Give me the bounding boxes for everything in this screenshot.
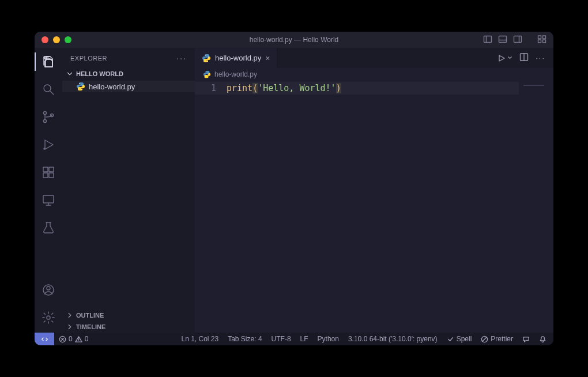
svg-point-29 <box>205 55 205 55</box>
cursor-position[interactable]: Ln 1, Col 23 <box>176 335 223 343</box>
file-name: hello-world.py <box>89 82 135 91</box>
remote-indicator[interactable] <box>35 333 54 345</box>
svg-rect-18 <box>49 173 54 178</box>
layout-controls <box>483 35 553 46</box>
sidebar-title: EXPLORER <box>70 55 107 62</box>
svg-rect-4 <box>514 36 522 42</box>
activity-testing-icon[interactable] <box>40 220 56 236</box>
editor-tab[interactable]: hello-world.py × <box>195 48 277 68</box>
activity-bar <box>35 48 62 333</box>
error-count: 0 <box>69 335 73 343</box>
minimap[interactable] <box>523 82 546 89</box>
toggle-panel-icon[interactable] <box>498 35 507 46</box>
breadcrumb-file: hello-world.py <box>214 70 257 78</box>
more-actions-icon[interactable]: ··· <box>536 54 545 62</box>
indentation[interactable]: Tab Size: 4 <box>223 335 266 343</box>
svg-rect-16 <box>43 167 48 172</box>
svg-rect-0 <box>484 36 492 42</box>
maximize-window-button[interactable] <box>65 36 71 43</box>
customize-layout-icon[interactable] <box>537 35 546 46</box>
sidebar-header: EXPLORER ··· <box>62 48 195 68</box>
language-mode[interactable]: Python <box>313 335 344 343</box>
code-editor[interactable]: 1 print('Hello, World!') <box>195 81 553 333</box>
main-area: EXPLORER ··· HELLO WORLD hello-world.py … <box>35 48 553 333</box>
close-tab-icon[interactable]: × <box>265 54 270 62</box>
encoding[interactable]: UTF-8 <box>267 335 296 343</box>
svg-rect-6 <box>538 36 541 39</box>
activity-run-debug-icon[interactable] <box>40 137 56 153</box>
window-controls <box>35 36 71 43</box>
activity-explorer-icon[interactable] <box>40 54 56 70</box>
feedback-icon[interactable] <box>518 335 534 343</box>
breadcrumbs[interactable]: hello-world.py <box>195 68 553 81</box>
editor-group: hello-world.py × ··· hello-world.py <box>195 48 553 333</box>
titlebar: hello-world.py — Hello World <box>35 32 553 48</box>
svg-point-25 <box>47 286 50 290</box>
eol[interactable]: LF <box>296 335 313 343</box>
python-file-icon <box>76 82 85 91</box>
svg-rect-19 <box>49 167 54 172</box>
svg-line-36 <box>483 337 487 341</box>
code-content[interactable]: print('Hello, World!') <box>227 81 553 333</box>
toggle-secondary-sidebar-icon[interactable] <box>513 35 522 46</box>
activity-remote-explorer-icon[interactable] <box>40 192 56 208</box>
python-interpreter[interactable]: 3.10.0 64-bit ('3.10.0': pyenv) <box>344 335 442 343</box>
editor-actions: ··· <box>497 48 553 68</box>
svg-rect-20 <box>43 195 54 203</box>
gutter: 1 <box>195 81 227 333</box>
run-file-button[interactable] <box>497 54 512 63</box>
sidebar-bottom-sections: OUTLINE TIMELINE <box>62 310 195 333</box>
svg-rect-9 <box>543 40 546 43</box>
activity-settings-icon[interactable] <box>40 310 56 326</box>
notifications-icon[interactable] <box>534 335 553 343</box>
svg-rect-7 <box>543 36 546 39</box>
tabs-bar: hello-world.py × ··· <box>195 48 553 68</box>
activity-accounts-icon[interactable] <box>40 282 56 298</box>
svg-point-28 <box>81 89 82 90</box>
sidebar-explorer: EXPLORER ··· HELLO WORLD hello-world.py … <box>62 48 195 333</box>
toggle-primary-sidebar-icon[interactable] <box>483 35 492 46</box>
sidebar-more-icon[interactable]: ··· <box>176 54 187 63</box>
activity-search-icon[interactable] <box>40 81 56 97</box>
status-bar: 0 0 Ln 1, Col 23 Tab Size: 4 UTF-8 LF Py… <box>35 333 553 345</box>
python-file-icon <box>202 54 211 63</box>
outline-section[interactable]: OUTLINE <box>62 310 195 321</box>
activity-source-control-icon[interactable] <box>40 109 56 125</box>
code-line: print('Hello, World!') <box>227 82 553 95</box>
prettier-status[interactable]: Prettier <box>476 335 518 343</box>
vscode-window: hello-world.py — Hello World <box>35 32 553 345</box>
python-file-icon <box>203 70 211 78</box>
timeline-label: TIMELINE <box>76 323 105 330</box>
svg-point-26 <box>47 316 50 319</box>
outline-label: OUTLINE <box>76 312 104 319</box>
svg-point-27 <box>79 83 80 84</box>
svg-point-12 <box>44 112 47 115</box>
svg-point-13 <box>44 120 47 123</box>
folder-name: HELLO WORLD <box>76 70 123 77</box>
svg-line-11 <box>50 91 54 95</box>
problems-indicator[interactable]: 0 0 <box>54 335 93 343</box>
svg-point-10 <box>44 85 51 92</box>
spell-check[interactable]: Spell <box>442 335 477 343</box>
folder-header[interactable]: HELLO WORLD <box>62 68 195 80</box>
timeline-section[interactable]: TIMELINE <box>62 321 195 333</box>
line-number: 1 <box>195 82 216 95</box>
file-tree-item[interactable]: hello-world.py <box>62 81 195 92</box>
minimize-window-button[interactable] <box>53 36 60 43</box>
svg-point-15 <box>44 148 45 149</box>
warning-count: 0 <box>85 335 89 343</box>
tab-label: hello-world.py <box>215 54 261 62</box>
window-title: hello-world.py — Hello World <box>35 36 553 44</box>
file-tree: hello-world.py <box>62 80 195 310</box>
split-editor-icon[interactable] <box>519 52 529 63</box>
svg-rect-17 <box>43 173 48 178</box>
svg-rect-8 <box>538 40 541 43</box>
activity-extensions-icon[interactable] <box>40 164 56 180</box>
svg-point-30 <box>207 61 208 61</box>
close-window-button[interactable] <box>42 36 48 43</box>
svg-rect-2 <box>499 36 507 42</box>
